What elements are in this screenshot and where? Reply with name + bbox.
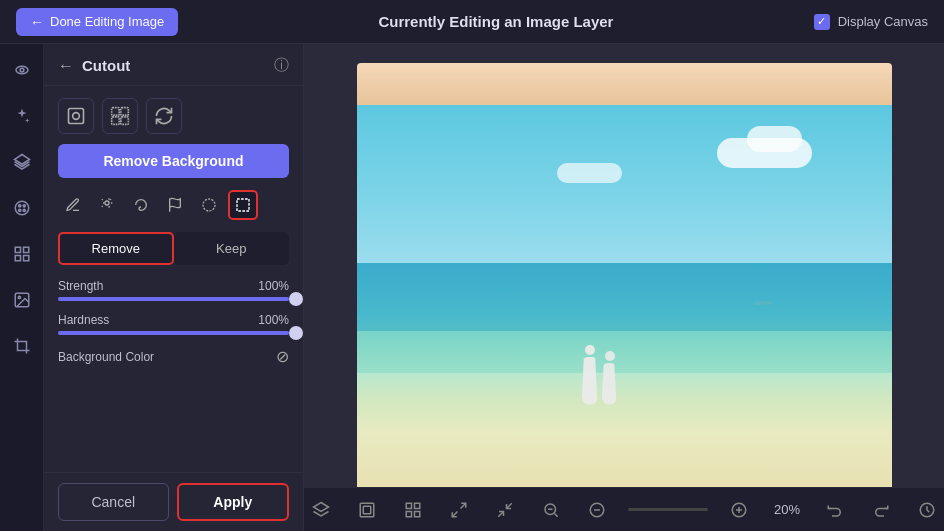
zoom-value: 20% [770,502,804,517]
svg-rect-14 [69,109,84,124]
strength-value: 100% [258,279,289,293]
strength-track[interactable] [58,297,289,301]
shore [357,373,892,493]
boat [754,301,772,305]
rect-select-btn[interactable] [228,190,258,220]
hardness-value: 100% [258,313,289,327]
layers-icon-btn[interactable] [8,148,36,176]
done-editing-button[interactable]: ← Done Editing Image [16,8,178,36]
crop-icon-btn[interactable] [8,332,36,360]
strength-slider-group: Strength 100% [58,279,289,301]
svg-line-34 [506,503,511,508]
back-arrow-icon: ← [30,14,44,30]
zoom-in-circle-btn[interactable] [724,497,754,523]
pen-tool-btn[interactable] [58,190,88,220]
hardness-track[interactable] [58,331,289,335]
expand-btn[interactable] [444,497,474,523]
svg-rect-29 [406,511,411,516]
done-editing-label: Done Editing Image [50,14,164,29]
svg-point-22 [203,199,215,211]
refresh-tool-btn[interactable] [146,98,182,134]
bg-color-row: Background Color ⊘ [58,347,289,366]
palette-icon-btn[interactable] [8,194,36,222]
svg-line-31 [460,503,465,508]
panel-back-button[interactable]: ← [58,57,74,75]
person-2 [602,351,617,405]
people [582,345,617,405]
svg-rect-30 [414,511,419,516]
strength-fill [58,297,289,301]
bottom-actions: Cancel Apply [44,472,303,531]
apply-button[interactable]: Apply [177,483,290,521]
hardness-thumb[interactable] [289,326,303,340]
svg-rect-26 [363,506,371,514]
grid-icon-btn[interactable] [8,240,36,268]
hardness-label: Hardness [58,313,109,327]
svg-rect-9 [23,247,28,252]
sparkle-icon-btn[interactable] [8,102,36,130]
left-icon-bar [0,44,44,531]
svg-point-15 [73,113,80,120]
magic-wand-btn[interactable] [92,190,122,220]
undo-btn[interactable] [820,497,850,523]
svg-rect-28 [414,503,419,508]
flag-tool-btn[interactable] [160,190,190,220]
svg-rect-23 [237,199,249,211]
cloud-2 [747,126,802,152]
compress-btn[interactable] [490,497,520,523]
remove-background-button[interactable]: Remove Background [58,144,289,178]
image-icon-btn[interactable] [8,286,36,314]
tool-icons-row [58,98,289,134]
frame-btn[interactable] [352,497,382,523]
circle-select-btn[interactable] [194,190,224,220]
drawing-tools-row [58,190,289,220]
svg-rect-27 [406,503,411,508]
zoom-slider-wrap[interactable] [628,508,708,511]
bottom-toolbar: 20% [304,487,944,531]
cutout-tool-btn[interactable] [102,98,138,134]
zoom-track[interactable] [628,508,708,511]
person-1 [582,345,598,405]
svg-point-13 [18,296,20,298]
info-icon[interactable]: ⓘ [274,56,289,75]
auto-bg-tool-btn[interactable] [58,98,94,134]
strength-label: Strength [58,279,103,293]
bg-color-eyedropper-icon[interactable]: ⊘ [276,347,289,366]
svg-rect-19 [121,117,128,125]
svg-point-7 [23,209,25,211]
remove-tab[interactable]: Remove [58,232,174,265]
svg-rect-17 [121,108,128,116]
svg-line-37 [554,513,557,516]
svg-point-3 [15,201,29,215]
cancel-button[interactable]: Cancel [58,483,169,521]
panel-header: ← Cutout ⓘ [44,44,303,86]
grid-bottom-btn[interactable] [398,497,428,523]
svg-rect-18 [112,117,120,125]
hardness-slider-group: Hardness 100% [58,313,289,335]
panel-header-left: ← Cutout [58,57,130,75]
cloud-3 [557,163,622,183]
panel-title: Cutout [82,57,130,74]
lasso-tool-btn[interactable] [126,190,156,220]
display-canvas-wrap: Display Canvas [814,14,928,30]
svg-line-33 [498,511,503,516]
strength-thumb[interactable] [289,292,303,306]
svg-line-32 [452,511,457,516]
history-btn[interactable] [912,497,942,523]
redo-btn[interactable] [866,497,896,523]
layers-bottom-btn[interactable] [306,497,336,523]
top-bar: ← Done Editing Image Currently Editing a… [0,0,944,44]
circle-minus-btn[interactable] [582,497,612,523]
svg-point-1 [20,68,24,72]
display-canvas-checkbox[interactable] [814,14,830,30]
svg-point-6 [18,209,20,211]
svg-rect-11 [23,256,28,261]
side-panel: ← Cutout ⓘ [44,44,304,531]
keep-tab[interactable]: Keep [174,232,290,265]
svg-rect-8 [15,247,20,252]
main-layout: ← Cutout ⓘ [0,44,944,531]
svg-rect-10 [15,256,20,261]
remove-keep-tabs: Remove Keep [58,232,289,265]
zoom-out-btn[interactable] [536,497,566,523]
eye-icon-btn[interactable] [8,56,36,84]
